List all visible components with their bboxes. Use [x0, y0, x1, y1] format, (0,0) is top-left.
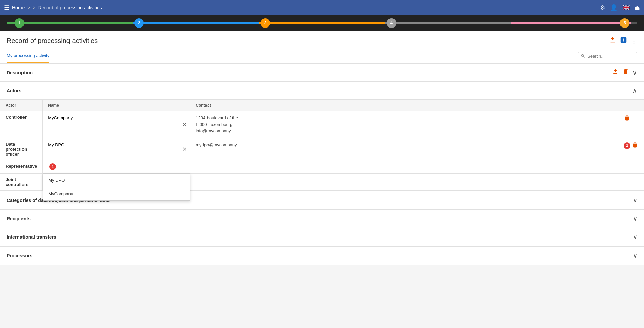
progress-track: 1 2 3 4 5: [7, 22, 637, 24]
col-actions: [618, 100, 644, 111]
controller-clear-icon[interactable]: ✕: [182, 121, 187, 128]
dropdown-item-mycompany[interactable]: MyCompany: [43, 187, 190, 200]
international-transfers-chevron[interactable]: ∨: [633, 233, 637, 241]
progress-bar-area: 1 2 3 4 5: [0, 15, 644, 31]
dpo-contact: mydpo@mycompany: [196, 142, 612, 148]
seg-2: [133, 22, 259, 24]
step-2[interactable]: 2: [134, 18, 144, 28]
add-button[interactable]: [620, 36, 627, 45]
dpo-delete-button[interactable]: [632, 142, 638, 150]
settings-icon[interactable]: ⚙: [600, 4, 605, 11]
col-name: Name: [43, 100, 190, 111]
controller-name-input[interactable]: [48, 115, 185, 121]
controller-delete-button[interactable]: [624, 115, 630, 123]
search-icon: [581, 54, 585, 58]
international-transfers-title: International transfers: [7, 234, 56, 240]
actor-label: Data protection officer: [6, 142, 27, 157]
breadcrumb-sep-2: >: [33, 5, 36, 10]
more-options-button[interactable]: ⋮: [631, 37, 637, 45]
actors-section-header[interactable]: Actors ∧: [0, 82, 644, 99]
controller-delete-cell: [618, 111, 644, 138]
dpo-action-group: 3: [624, 142, 638, 150]
step-1[interactable]: 1: [15, 18, 24, 28]
home-link[interactable]: Home: [12, 5, 25, 10]
autocomplete-dropdown: My DPO MyCompany: [43, 173, 190, 201]
table-row: Representative 1 My DPO MyCompany: [0, 160, 644, 173]
actors-table: Actor Name Contact Controller: [0, 99, 644, 191]
representative-badge: 1: [49, 163, 56, 170]
top-navigation: ☰ Home > > Record of processing activiti…: [0, 0, 644, 15]
representative-name-input[interactable]: [48, 164, 185, 170]
actor-label: Controller: [6, 115, 27, 120]
dpo-badge: 3: [624, 142, 630, 149]
joint-delete-cell: [618, 173, 644, 190]
main-content: Record of processing activities ⋮ My pro…: [0, 31, 644, 265]
recipients-chevron[interactable]: ∨: [633, 215, 637, 222]
actor-label: Joint controllers: [6, 177, 28, 187]
actors-table-container: Actor Name Contact Controller: [0, 99, 644, 191]
seg-4: [385, 22, 511, 24]
dpo-name-input[interactable]: [48, 142, 185, 148]
dropdown-item-mydpo[interactable]: My DPO: [43, 174, 190, 187]
actor-label-representative: Representative: [0, 160, 43, 173]
menu-icon[interactable]: ☰: [4, 4, 9, 11]
processors-section[interactable]: Processors ∨: [0, 247, 644, 265]
actors-title: Actors: [7, 88, 21, 93]
tabs-area: My processing activity: [0, 49, 644, 64]
step-4[interactable]: 4: [387, 18, 396, 28]
seg-5: [511, 22, 631, 24]
table-row: Controller ✕ 1234 boulevard of theL-000 …: [0, 111, 644, 138]
representative-name-cell: 1 My DPO MyCompany: [43, 160, 190, 173]
international-transfers-section[interactable]: International transfers ∨: [0, 228, 644, 247]
recipients-title: Recipients: [7, 216, 31, 221]
seg-3: [259, 22, 385, 24]
controller-contact-cell: 1234 boulevard of theL-000 Luxembourginf…: [190, 111, 618, 138]
search-box[interactable]: [578, 52, 637, 60]
dpo-clear-icon[interactable]: ✕: [182, 146, 187, 152]
step-3[interactable]: 3: [261, 18, 270, 28]
description-title: Description: [7, 70, 33, 75]
nav-right: ⚙ 👤 🇬🇧 ⏏: [600, 4, 640, 11]
actor-label-controller: Controller: [0, 111, 43, 138]
description-download-button[interactable]: [612, 68, 619, 77]
nav-left: ☰ Home > > Record of processing activiti…: [4, 4, 102, 11]
actors-section: Actors ∧ Actor Name Contact C: [0, 82, 644, 191]
download-button[interactable]: [609, 36, 616, 45]
step-5[interactable]: 5: [620, 18, 629, 28]
processors-title: Processors: [7, 253, 32, 258]
actor-label: Representative: [6, 164, 37, 169]
tab-my-processing-activity[interactable]: My processing activity: [7, 49, 49, 63]
dpo-delete-cell: 3: [618, 138, 644, 160]
processors-chevron[interactable]: ∨: [633, 252, 637, 259]
actors-chevron[interactable]: ∧: [632, 87, 637, 95]
representative-delete-cell: [618, 160, 644, 173]
seg-1: [7, 22, 133, 24]
joint-contact-cell: [190, 173, 618, 190]
description-delete-button[interactable]: [622, 68, 629, 77]
breadcrumb-sep-1: >: [27, 5, 30, 10]
logout-icon[interactable]: ⏏: [634, 4, 640, 11]
controller-name-cell: ✕: [43, 111, 190, 138]
actor-label-joint: Joint controllers: [0, 173, 43, 190]
description-actions: ∨: [612, 68, 637, 77]
col-contact: Contact: [190, 100, 618, 111]
page-header: Record of processing activities ⋮: [0, 31, 644, 49]
dpo-contact-cell: mydpo@mycompany: [190, 138, 618, 160]
representative-contact-cell: [190, 160, 618, 173]
search-input[interactable]: [587, 54, 634, 59]
page-title: Record of processing activities: [7, 37, 98, 45]
controller-contact: 1234 boulevard of theL-000 Luxembourginf…: [196, 115, 612, 134]
dpo-name-cell: ✕: [43, 138, 190, 160]
breadcrumb-current: Record of processing activities: [38, 5, 102, 10]
flag-icon[interactable]: 🇬🇧: [622, 4, 630, 11]
table-row: Data protection officer ✕ mydpo@mycompan…: [0, 138, 644, 160]
user-icon[interactable]: 👤: [610, 4, 617, 11]
recipients-section[interactable]: Recipients ∨: [0, 210, 644, 228]
header-actions: ⋮: [609, 36, 637, 45]
description-section-header[interactable]: Description ∨: [0, 64, 644, 82]
actor-label-dpo: Data protection officer: [0, 138, 43, 160]
col-actor: Actor: [0, 100, 43, 111]
description-chevron[interactable]: ∨: [632, 69, 637, 77]
categories-chevron[interactable]: ∨: [633, 197, 637, 204]
